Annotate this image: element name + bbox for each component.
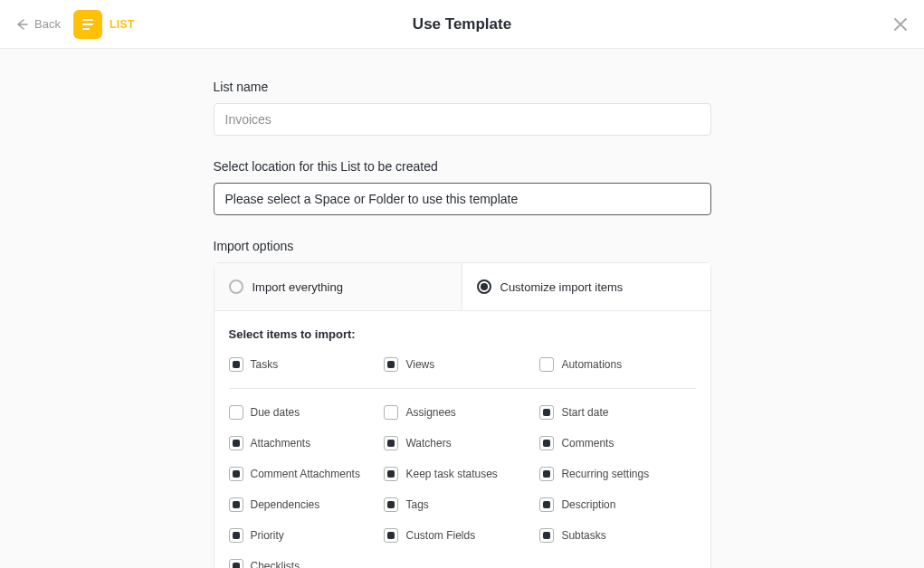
customize-import-option[interactable]: Customize import items (462, 263, 710, 311)
checkbox-label: Start date (561, 406, 608, 419)
checkbox-tasks[interactable]: Tasks (229, 354, 385, 375)
checkbox-description[interactable]: Description (539, 494, 695, 516)
list-type-label: LIST (110, 18, 135, 31)
radio-button-selected (477, 279, 491, 294)
checkbox-icon (539, 405, 554, 420)
checkbox-recurring-settings[interactable]: Recurring settings (539, 463, 695, 485)
checkbox-icon (384, 357, 398, 372)
checkbox-comment-attachments[interactable]: Comment Attachments (229, 463, 385, 485)
checkbox-label: Views (405, 358, 434, 371)
svg-rect-0 (82, 19, 93, 21)
checkbox-label: Due dates (251, 406, 300, 419)
location-placeholder: Please select a Space or Folder to use t… (225, 192, 519, 206)
import-body: Select items to import: Tasks Views (214, 311, 710, 568)
location-group: Select location for this List to be crea… (214, 159, 711, 215)
checkbox-icon (229, 559, 243, 568)
checkbox-keep-task-statuses[interactable]: Keep task statuses (384, 463, 539, 485)
checkbox-due-dates[interactable]: Due dates (229, 402, 385, 423)
modal-header: Back LIST Use Template (0, 0, 924, 49)
checkbox-comments[interactable]: Comments (539, 432, 695, 454)
back-label: Back (34, 17, 61, 31)
form-content: List name Select location for this List … (214, 80, 711, 568)
items-heading: Select items to import: (229, 327, 696, 341)
import-panel: Import everything Customize import items… (214, 262, 711, 568)
import-mode-row: Import everything Customize import items (214, 263, 710, 311)
checkbox-label: Comment Attachments (251, 468, 360, 480)
checkbox-label: Description (561, 498, 615, 511)
back-arrow-icon (14, 17, 29, 32)
import-everything-label: Import everything (252, 280, 343, 294)
checkbox-label: Keep task statuses (405, 468, 497, 480)
checkbox-icon (539, 467, 554, 481)
checkbox-label: Automations (561, 358, 622, 371)
divider (229, 388, 696, 389)
checkbox-label: Watchers (405, 437, 451, 450)
close-button[interactable] (891, 15, 910, 33)
checkbox-icon (229, 436, 243, 450)
checkbox-label: Custom Fields (405, 529, 475, 542)
list-type-badge: LIST (73, 10, 135, 39)
checkbox-label: Comments (561, 437, 614, 450)
main-items-row: Tasks Views Automation (229, 354, 696, 375)
list-name-input[interactable] (214, 103, 711, 136)
checkbox-dependencies[interactable]: Dependencies (229, 494, 385, 516)
checkbox-label: Recurring settings (561, 468, 649, 480)
checkbox-icon (384, 436, 398, 450)
import-options-label: Import options (214, 239, 711, 253)
customize-import-label: Customize import items (500, 280, 624, 294)
radio-button (229, 279, 243, 294)
checkbox-subtasks[interactable]: Subtasks (539, 525, 695, 546)
options-grid: Due dates Attachments Comment Attachment… (229, 402, 696, 568)
checkbox-checklists[interactable]: Checklists (229, 555, 385, 568)
close-icon (891, 15, 910, 33)
checkbox-icon (229, 528, 243, 543)
checkbox-tags[interactable]: Tags (384, 494, 539, 516)
checkbox-icon (229, 467, 243, 481)
checkbox-priority[interactable]: Priority (229, 525, 385, 546)
checkbox-automations[interactable]: Automations (539, 354, 695, 375)
checkbox-icon (229, 405, 243, 420)
checkbox-label: Subtasks (561, 529, 605, 542)
checkbox-icon (384, 497, 398, 512)
page-title: Use Template (413, 15, 511, 33)
checkbox-icon (539, 357, 554, 372)
checkbox-custom-fields[interactable]: Custom Fields (384, 525, 539, 546)
checkbox-icon (539, 497, 554, 512)
svg-rect-1 (82, 24, 93, 25)
checkbox-assignees[interactable]: Assignees (384, 402, 539, 423)
checkbox-watchers[interactable]: Watchers (384, 432, 539, 454)
back-button[interactable]: Back (14, 17, 61, 32)
checkbox-label: Tasks (251, 358, 279, 371)
options-col-1: Due dates Attachments Comment Attachment… (229, 402, 385, 568)
checkbox-icon (384, 405, 398, 420)
import-options-group: Import options Import everything Customi… (214, 239, 711, 568)
checkbox-icon (539, 528, 554, 543)
checkbox-views[interactable]: Views (384, 354, 539, 375)
options-col-2: Assignees Watchers Keep task statuses (384, 402, 539, 568)
checkbox-label: Dependencies (251, 498, 320, 511)
list-icon (73, 10, 102, 39)
checkbox-label: Checklists (251, 560, 300, 568)
checkbox-icon (229, 357, 243, 372)
checkbox-start-date[interactable]: Start date (539, 402, 695, 423)
checkbox-icon (229, 497, 243, 512)
list-name-group: List name (214, 80, 711, 136)
options-col-3: Start date Comments Recurring settings (539, 402, 695, 568)
checkbox-label: Priority (251, 529, 284, 542)
checkbox-label: Attachments (251, 437, 311, 450)
checkbox-icon (384, 467, 398, 481)
checkbox-icon (384, 528, 398, 543)
content-scroll[interactable]: List name Select location for this List … (0, 49, 924, 568)
checkbox-attachments[interactable]: Attachments (229, 432, 385, 454)
svg-rect-2 (82, 28, 90, 30)
checkbox-icon (539, 436, 554, 450)
list-name-label: List name (214, 80, 711, 94)
location-label: Select location for this List to be crea… (214, 159, 711, 174)
import-everything-option[interactable]: Import everything (214, 263, 462, 311)
checkbox-label: Assignees (405, 406, 455, 419)
checkbox-label: Tags (405, 498, 428, 511)
location-select[interactable]: Please select a Space or Folder to use t… (214, 183, 711, 215)
